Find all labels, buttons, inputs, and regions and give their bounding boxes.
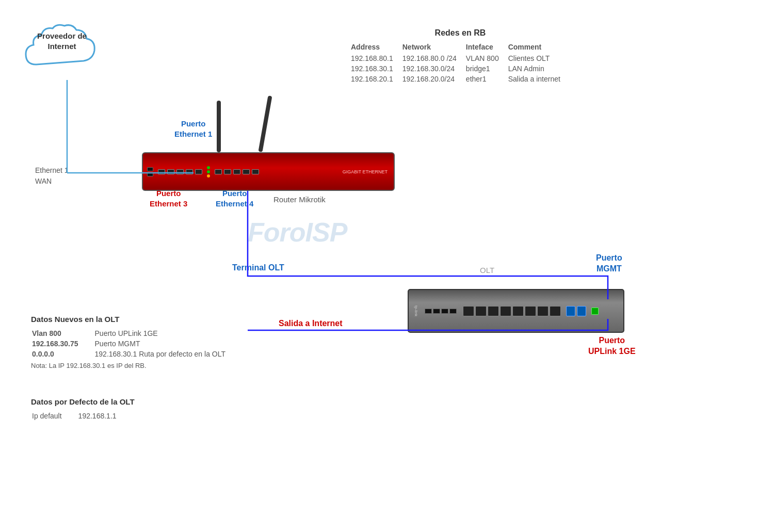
olt-device-label: OLT (480, 266, 494, 275)
port-mgmt-label: Puerto MGMT (596, 253, 622, 275)
port-eth4-label: Puerto Ethernet 4 (216, 188, 253, 208)
salida-internet-label: Salida a Internet (279, 319, 343, 328)
datos-nuevos-table: Vlan 800Puerto UPLink 1GE192.168.30.75Pu… (31, 328, 242, 360)
datos-defecto-row: Ip default192.168.1.1 (32, 411, 132, 421)
router-label: Router Mikrotik (273, 195, 326, 204)
datos-nuevos-row: Vlan 800Puerto UPLink 1GE (32, 329, 241, 338)
eth1-wan-label: Ethernet 1 WAN (35, 165, 69, 187)
router-mikrotik: GIGABIT ETHERNET (142, 152, 395, 191)
col-interface: Inteface (466, 42, 508, 53)
datos-nuevos-row: 0.0.0.0192.168.30.1 Ruta por defecto en … (32, 349, 241, 359)
network-table-content: Address Network Inteface Comment 192.168… (351, 42, 570, 84)
port-uplink-label: Puerto UPLink 1GE (588, 335, 636, 357)
datos-defecto-table: Ip default192.168.1.1 (31, 410, 133, 422)
port-eth3-label: Puerto Ethernet 3 (150, 188, 187, 208)
datos-nuevos-nota: Nota: La IP 192.168.30.1 es IP del RB. (31, 362, 242, 369)
datos-nuevos-title: Datos Nuevos en la OLT (31, 315, 242, 324)
network-table: Redes en RB Address Network Inteface Com… (351, 28, 570, 84)
network-table-row: 192.168.80.1192.168.80.0 /24VLAN 800Clie… (351, 53, 570, 63)
datos-defecto: Datos por Defecto de la OLT Ip default19… (31, 397, 135, 422)
olt-device: tp-link (408, 289, 624, 333)
olt-inner: tp-link (414, 305, 618, 316)
watermark: ForoISP (248, 217, 347, 248)
network-table-title: Redes en RB (351, 28, 570, 38)
col-address: Address (351, 42, 402, 53)
cloud-label: Proveedor de Internet (21, 31, 103, 51)
datos-nuevos-row: 192.168.30.75Puerto MGMT (32, 339, 241, 348)
network-table-row: 192.168.20.1192.168.20.0/24ether1Salida … (351, 74, 570, 84)
datos-defecto-title: Datos por Defecto de la OLT (31, 397, 135, 406)
datos-nuevos: Datos Nuevos en la OLT Vlan 800Puerto UP… (31, 315, 242, 369)
terminal-olt-label: Terminal OLT (232, 263, 284, 272)
router-antenna-left (217, 101, 221, 152)
cloud-shape: Proveedor de Internet (21, 21, 103, 77)
network-table-row: 192.168.30.1192.168.30.0/24bridge1LAN Ad… (351, 63, 570, 74)
router-antenna-right (259, 95, 272, 152)
col-network: Network (402, 42, 466, 53)
port-eth1-label: Puerto Ethernet 1 (174, 119, 212, 139)
col-comment: Comment (508, 42, 570, 53)
